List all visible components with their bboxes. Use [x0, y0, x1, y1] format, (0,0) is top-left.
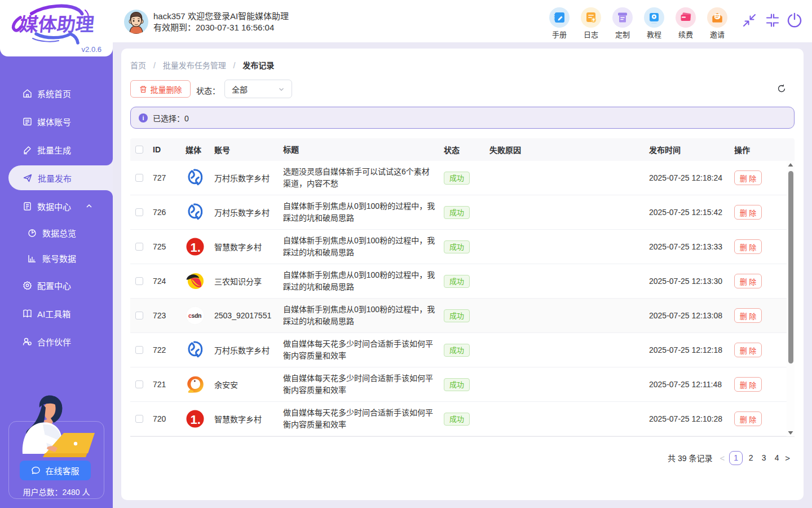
svg-text:媒体助理: 媒体助理: [19, 14, 95, 35]
svg-text:1.: 1.: [191, 413, 201, 427]
svg-text:1.: 1.: [191, 240, 201, 255]
svg-text:csdn: csdn: [188, 312, 201, 319]
